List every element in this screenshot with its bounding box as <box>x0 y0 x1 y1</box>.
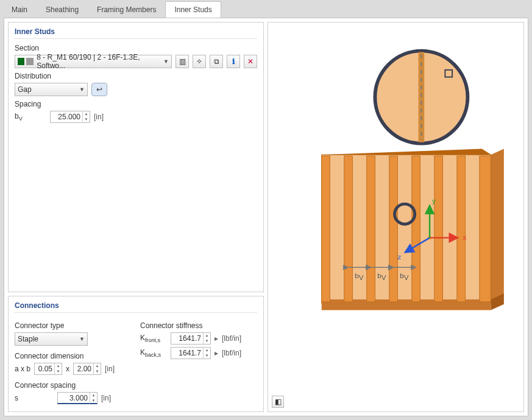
connector-type-label: Connector type <box>15 321 132 330</box>
spacing-label: Spacing <box>15 100 257 108</box>
connector-type-value: Staple <box>18 335 38 343</box>
cube-icon: ◧ <box>275 397 282 406</box>
k-front-unit: [lbf/in] <box>222 334 241 343</box>
k-back-unit: [lbf/in] <box>222 349 241 357</box>
tab-bar: Main Sheathing Framing Members Inner Stu… <box>0 0 532 18</box>
arrow-right-icon[interactable]: ▸ <box>215 334 218 343</box>
axis-x-label: x <box>463 234 467 242</box>
svg-rect-11 <box>367 156 375 302</box>
scene-svg: x y z bV bV bV <box>268 23 523 411</box>
spacing-symbol: bV <box>15 112 26 122</box>
spacing-unit: [in] <box>94 113 104 121</box>
connector-spacing-label: Connector spacing <box>15 381 132 390</box>
distribution-value: Gap <box>18 85 32 94</box>
dim-b-input[interactable]: ▲▼ <box>73 363 101 375</box>
step-up-icon[interactable]: ▲ <box>204 333 210 338</box>
panel-title: Inner Studs <box>15 27 257 39</box>
k-back-symbol: Kback,s <box>140 348 167 358</box>
k-front-input[interactable]: ▲▼ <box>171 332 211 345</box>
step-down-icon[interactable]: ▼ <box>204 338 210 344</box>
tab-sheathing[interactable]: Sheathing <box>37 1 88 18</box>
cspacing-symbol: s <box>15 394 26 402</box>
add-item-icon: ✧ <box>196 57 202 66</box>
k-back-field[interactable] <box>171 349 203 357</box>
axis-z-label: z <box>397 253 401 261</box>
svg-rect-12 <box>389 156 398 302</box>
connector-type-select[interactable]: Staple ▼ <box>15 332 88 346</box>
cspacing-unit: [in] <box>101 394 111 402</box>
cspacing-input[interactable]: ▲▼ <box>57 392 98 404</box>
spacing-field[interactable] <box>51 113 82 121</box>
svg-rect-15 <box>457 156 466 302</box>
step-down-icon[interactable]: ▼ <box>204 353 210 359</box>
svg-marker-6 <box>491 149 503 303</box>
tab-framing[interactable]: Framing Members <box>88 1 165 18</box>
info-button[interactable]: ℹ <box>227 55 240 68</box>
k-back-input[interactable]: ▲▼ <box>171 347 211 359</box>
section-label: Section <box>15 44 257 52</box>
copy-icon: ⧉ <box>214 57 219 66</box>
step-up-icon[interactable]: ▲ <box>204 348 210 353</box>
k-front-field[interactable] <box>171 334 203 343</box>
new-item-button[interactable]: ✧ <box>193 55 206 68</box>
k-front-symbol: Kfront,s <box>140 334 167 343</box>
dim-a-field[interactable] <box>35 365 54 373</box>
reset-icon: ↩ <box>96 85 102 94</box>
swatch-green-icon <box>18 58 24 65</box>
arrow-right-icon[interactable]: ▸ <box>215 349 218 357</box>
connector-dim-label: Connector dimension <box>15 352 132 360</box>
dim-a-input[interactable]: ▲▼ <box>34 363 62 375</box>
tab-main[interactable]: Main <box>2 1 37 18</box>
dim-b-field[interactable] <box>74 365 93 373</box>
distribution-label: Distribution <box>15 72 257 80</box>
connections-panel: Connections Connector type Staple ▼ Conn… <box>8 296 264 412</box>
panel-title: Connections <box>15 301 257 313</box>
step-down-icon[interactable]: ▼ <box>90 398 97 404</box>
view-orientation-button[interactable]: ◧ <box>272 396 284 408</box>
library-icon: ▥ <box>179 57 186 66</box>
spacing-input[interactable]: ▲▼ <box>50 111 90 123</box>
step-up-icon[interactable]: ▲ <box>55 363 62 369</box>
chevron-down-icon: ▼ <box>79 86 85 93</box>
chevron-down-icon: ▼ <box>79 336 85 342</box>
section-select[interactable]: 8 - R_M1 60/190 | 2 - 16F-1.3E, Softwo..… <box>15 55 172 68</box>
step-down-icon[interactable]: ▼ <box>55 369 62 374</box>
step-up-icon[interactable]: ▲ <box>94 363 101 369</box>
inner-studs-panel: Inner Studs Section 8 - R_M1 60/190 | 2 … <box>8 22 264 292</box>
preview-viewport[interactable]: x y z bV bV bV <box>268 22 524 412</box>
info-icon: ℹ <box>232 57 235 66</box>
svg-rect-16 <box>480 156 491 302</box>
step-down-icon[interactable]: ▼ <box>83 117 90 122</box>
copy-button[interactable]: ⧉ <box>210 55 223 68</box>
library-button[interactable]: ▥ <box>176 55 189 68</box>
step-up-icon[interactable]: ▲ <box>83 111 90 117</box>
dim-x: x <box>66 365 69 373</box>
dim-prefix: a x b <box>15 365 30 373</box>
cspacing-field[interactable] <box>58 394 90 402</box>
section-value: 8 - R_M1 60/190 | 2 - 16F-1.3E, Softwo..… <box>37 53 163 70</box>
svg-rect-9 <box>322 156 330 302</box>
tab-inner-studs[interactable]: Inner Studs <box>165 1 221 18</box>
svg-rect-14 <box>434 156 443 302</box>
delete-icon: ✕ <box>247 57 254 66</box>
step-down-icon[interactable]: ▼ <box>94 369 101 374</box>
swatch-grey-icon <box>26 58 33 65</box>
svg-rect-10 <box>344 156 353 302</box>
distribution-select[interactable]: Gap ▼ <box>15 83 88 96</box>
svg-rect-13 <box>412 156 420 302</box>
chevron-down-icon: ▼ <box>163 58 169 65</box>
reset-button[interactable]: ↩ <box>91 83 107 96</box>
delete-button[interactable]: ✕ <box>244 55 257 68</box>
stiffness-label: Connector stiffness <box>140 321 257 330</box>
step-up-icon[interactable]: ▲ <box>90 393 97 398</box>
dim-unit: [in] <box>105 365 115 373</box>
axis-y-label: y <box>432 197 436 205</box>
